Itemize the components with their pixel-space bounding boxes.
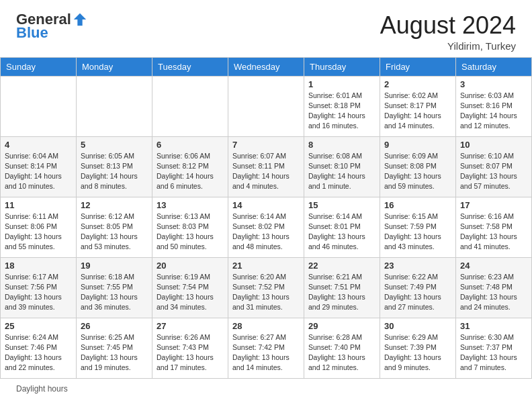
calendar-cell: 15Sunrise: 6:14 AM Sunset: 8:01 PM Dayli… <box>304 197 380 257</box>
calendar-cell: 16Sunrise: 6:15 AM Sunset: 7:59 PM Dayli… <box>380 197 456 257</box>
day-info: Sunrise: 6:29 AM Sunset: 7:39 PM Dayligh… <box>384 332 451 373</box>
calendar-cell <box>152 76 228 136</box>
calendar-header-row: SundayMondayTuesdayWednesdayThursdayFrid… <box>1 57 532 76</box>
calendar-header-sunday: Sunday <box>1 57 77 76</box>
day-number: 29 <box>308 321 375 331</box>
day-info: Sunrise: 6:24 AM Sunset: 7:46 PM Dayligh… <box>5 332 72 373</box>
logo-icon <box>73 12 87 27</box>
day-info: Sunrise: 6:03 AM Sunset: 8:16 PM Dayligh… <box>460 91 527 132</box>
calendar-header-saturday: Saturday <box>456 57 532 76</box>
day-info: Sunrise: 6:06 AM Sunset: 8:12 PM Dayligh… <box>157 151 224 192</box>
day-number: 14 <box>232 200 300 210</box>
calendar-cell: 18Sunrise: 6:17 AM Sunset: 7:56 PM Dayli… <box>1 257 77 318</box>
calendar: SundayMondayTuesdayWednesdayThursdayFrid… <box>0 57 532 379</box>
location: Yildirim, Turkey <box>380 40 516 52</box>
day-info: Sunrise: 6:10 AM Sunset: 8:07 PM Dayligh… <box>460 151 527 192</box>
calendar-cell: 26Sunrise: 6:25 AM Sunset: 7:45 PM Dayli… <box>77 318 152 378</box>
day-info: Sunrise: 6:30 AM Sunset: 7:37 PM Dayligh… <box>460 332 527 373</box>
calendar-cell: 10Sunrise: 6:10 AM Sunset: 8:07 PM Dayli… <box>456 136 532 197</box>
calendar-cell: 8Sunrise: 6:08 AM Sunset: 8:10 PM Daylig… <box>304 136 380 197</box>
calendar-cell: 13Sunrise: 6:13 AM Sunset: 8:03 PM Dayli… <box>152 197 228 257</box>
day-info: Sunrise: 6:04 AM Sunset: 8:14 PM Dayligh… <box>5 151 72 192</box>
calendar-header-wednesday: Wednesday <box>228 57 304 76</box>
day-number: 19 <box>81 261 148 271</box>
day-number: 25 <box>5 321 72 331</box>
day-number: 18 <box>5 261 72 271</box>
calendar-cell: 17Sunrise: 6:16 AM Sunset: 7:58 PM Dayli… <box>456 197 532 257</box>
day-number: 15 <box>308 200 375 210</box>
day-info: Sunrise: 6:15 AM Sunset: 7:59 PM Dayligh… <box>384 212 451 253</box>
day-number: 28 <box>232 321 300 331</box>
day-number: 22 <box>308 261 375 271</box>
footer: Daylight hours <box>0 379 532 399</box>
day-number: 30 <box>384 321 451 331</box>
day-number: 8 <box>308 140 375 150</box>
calendar-header-thursday: Thursday <box>304 57 380 76</box>
calendar-cell: 23Sunrise: 6:22 AM Sunset: 7:49 PM Dayli… <box>380 257 456 318</box>
day-number: 1 <box>308 79 375 89</box>
day-number: 12 <box>81 200 148 210</box>
day-info: Sunrise: 6:28 AM Sunset: 7:40 PM Dayligh… <box>308 332 375 373</box>
day-number: 16 <box>384 200 451 210</box>
calendar-cell <box>77 76 152 136</box>
day-number: 10 <box>460 140 527 150</box>
calendar-cell: 31Sunrise: 6:30 AM Sunset: 7:37 PM Dayli… <box>456 318 532 378</box>
day-info: Sunrise: 6:11 AM Sunset: 8:06 PM Dayligh… <box>5 212 72 253</box>
day-info: Sunrise: 6:26 AM Sunset: 7:43 PM Dayligh… <box>157 332 224 373</box>
day-number: 17 <box>460 200 527 210</box>
day-info: Sunrise: 6:25 AM Sunset: 7:45 PM Dayligh… <box>81 332 148 373</box>
day-info: Sunrise: 6:02 AM Sunset: 8:17 PM Dayligh… <box>384 91 451 132</box>
calendar-cell: 2Sunrise: 6:02 AM Sunset: 8:17 PM Daylig… <box>380 76 456 136</box>
calendar-week-5: 25Sunrise: 6:24 AM Sunset: 7:46 PM Dayli… <box>1 318 532 378</box>
day-number: 13 <box>157 200 224 210</box>
calendar-cell: 4Sunrise: 6:04 AM Sunset: 8:14 PM Daylig… <box>1 136 77 197</box>
day-info: Sunrise: 6:19 AM Sunset: 7:54 PM Dayligh… <box>157 272 224 313</box>
day-info: Sunrise: 6:01 AM Sunset: 8:18 PM Dayligh… <box>308 91 375 132</box>
day-info: Sunrise: 6:05 AM Sunset: 8:13 PM Dayligh… <box>81 151 148 192</box>
day-number: 20 <box>157 261 224 271</box>
calendar-cell: 7Sunrise: 6:07 AM Sunset: 8:11 PM Daylig… <box>228 136 304 197</box>
calendar-week-3: 11Sunrise: 6:11 AM Sunset: 8:06 PM Dayli… <box>1 197 532 257</box>
calendar-cell: 28Sunrise: 6:27 AM Sunset: 7:42 PM Dayli… <box>228 318 304 378</box>
calendar-cell: 9Sunrise: 6:09 AM Sunset: 8:08 PM Daylig… <box>380 136 456 197</box>
calendar-week-2: 4Sunrise: 6:04 AM Sunset: 8:14 PM Daylig… <box>1 136 532 197</box>
title-block: August 2024 Yildirim, Turkey <box>380 12 516 52</box>
day-info: Sunrise: 6:20 AM Sunset: 7:52 PM Dayligh… <box>232 272 300 313</box>
day-number: 24 <box>460 261 527 271</box>
calendar-cell: 22Sunrise: 6:21 AM Sunset: 7:51 PM Dayli… <box>304 257 380 318</box>
day-info: Sunrise: 6:14 AM Sunset: 8:02 PM Dayligh… <box>232 212 300 253</box>
day-info: Sunrise: 6:16 AM Sunset: 7:58 PM Dayligh… <box>460 212 527 253</box>
calendar-cell: 21Sunrise: 6:20 AM Sunset: 7:52 PM Dayli… <box>228 257 304 318</box>
calendar-cell: 20Sunrise: 6:19 AM Sunset: 7:54 PM Dayli… <box>152 257 228 318</box>
day-info: Sunrise: 6:08 AM Sunset: 8:10 PM Dayligh… <box>308 151 375 192</box>
day-number: 6 <box>157 140 224 150</box>
calendar-cell <box>1 76 77 136</box>
logo-blue-text: Blue <box>16 24 48 42</box>
day-number: 27 <box>157 321 224 331</box>
daylight-label: Daylight hours <box>16 384 68 394</box>
day-number: 3 <box>460 79 527 89</box>
day-number: 2 <box>384 79 451 89</box>
calendar-cell: 14Sunrise: 6:14 AM Sunset: 8:02 PM Dayli… <box>228 197 304 257</box>
day-info: Sunrise: 6:21 AM Sunset: 7:51 PM Dayligh… <box>308 272 375 313</box>
day-info: Sunrise: 6:13 AM Sunset: 8:03 PM Dayligh… <box>157 212 224 253</box>
calendar-cell: 25Sunrise: 6:24 AM Sunset: 7:46 PM Dayli… <box>1 318 77 378</box>
day-number: 26 <box>81 321 148 331</box>
calendar-header-friday: Friday <box>380 57 456 76</box>
day-info: Sunrise: 6:14 AM Sunset: 8:01 PM Dayligh… <box>308 212 375 253</box>
logo: General Blue <box>16 12 87 42</box>
calendar-cell: 24Sunrise: 6:23 AM Sunset: 7:48 PM Dayli… <box>456 257 532 318</box>
month-year: August 2024 <box>380 12 516 39</box>
calendar-cell: 6Sunrise: 6:06 AM Sunset: 8:12 PM Daylig… <box>152 136 228 197</box>
day-number: 9 <box>384 140 451 150</box>
day-info: Sunrise: 6:12 AM Sunset: 8:05 PM Dayligh… <box>81 212 148 253</box>
calendar-cell: 30Sunrise: 6:29 AM Sunset: 7:39 PM Dayli… <box>380 318 456 378</box>
calendar-header-tuesday: Tuesday <box>152 57 228 76</box>
calendar-cell: 3Sunrise: 6:03 AM Sunset: 8:16 PM Daylig… <box>456 76 532 136</box>
calendar-cell <box>228 76 304 136</box>
day-number: 11 <box>5 200 72 210</box>
calendar-week-1: 1Sunrise: 6:01 AM Sunset: 8:18 PM Daylig… <box>1 76 532 136</box>
day-number: 21 <box>232 261 300 271</box>
calendar-cell: 5Sunrise: 6:05 AM Sunset: 8:13 PM Daylig… <box>77 136 152 197</box>
calendar-cell: 11Sunrise: 6:11 AM Sunset: 8:06 PM Dayli… <box>1 197 77 257</box>
